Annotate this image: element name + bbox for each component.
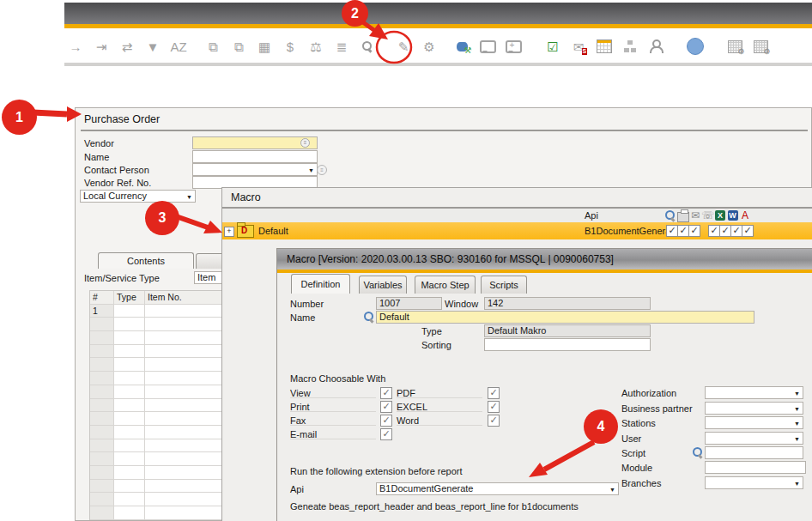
sort-table-icon[interactable]: AZ	[168, 36, 189, 57]
table-row[interactable]	[90, 466, 222, 480]
tree-expand-icon[interactable]: +	[224, 227, 234, 237]
tab-macro-step[interactable]: Macro Step	[415, 276, 476, 294]
stations-dropdown[interactable]	[705, 416, 803, 429]
employee-icon[interactable]	[645, 36, 666, 57]
tab-scripts[interactable]: Scripts	[481, 276, 527, 294]
table-row[interactable]	[90, 372, 222, 385]
pdf-checkbox[interactable]	[488, 387, 500, 399]
document-settings-icon[interactable]: ⚙	[419, 36, 439, 57]
gross-profit-icon[interactable]: ▦	[254, 36, 275, 57]
tab-definition[interactable]: Definition	[291, 274, 350, 294]
checklist-icon[interactable]: ☑	[542, 36, 563, 57]
tab-contents[interactable]: Contents	[98, 252, 194, 269]
authorization-dropdown[interactable]	[705, 386, 803, 399]
row-export-checkbox[interactable]	[730, 225, 742, 237]
row-export-checkbox[interactable]	[742, 225, 754, 237]
report-calendar-icon[interactable]	[594, 36, 615, 57]
row-export-checkbox[interactable]	[708, 225, 720, 237]
table-row[interactable]	[90, 385, 222, 399]
view-label: View	[290, 388, 311, 398]
callout-2: 2	[342, 0, 368, 27]
macro-export-icons: ✉☏XWA	[664, 209, 752, 221]
row-export-checkbox[interactable]	[719, 225, 731, 237]
db-tools-icon[interactable]	[451, 36, 472, 57]
excel-checkbox[interactable]	[488, 401, 500, 413]
row-export-checkbox[interactable]	[688, 225, 700, 237]
help-icon[interactable]	[685, 36, 706, 57]
table-row[interactable]	[90, 331, 222, 345]
macro-row-api: B1DocumentGenerate	[585, 226, 678, 236]
business-partner-dropdown[interactable]	[705, 402, 803, 415]
table-row[interactable]	[90, 493, 222, 506]
contact-list-icon[interactable]: ≡	[317, 165, 327, 175]
refresh-icon[interactable]: ⇄	[117, 36, 137, 57]
currency-dropdown[interactable]: Local Currency	[80, 190, 196, 203]
table-row[interactable]	[90, 439, 222, 453]
addon-settings-icon[interactable]	[724, 36, 745, 57]
fax-checkbox[interactable]	[380, 415, 392, 427]
api-column-header[interactable]: Api	[585, 210, 598, 221]
callout-1: 1	[2, 100, 37, 135]
word-icon[interactable]: W	[727, 209, 739, 221]
mail-s-icon[interactable]: ✉S	[568, 36, 589, 57]
view-checkbox[interactable]	[380, 387, 392, 399]
copy-from-icon[interactable]: ⧉	[203, 36, 223, 57]
next-record-icon[interactable]: →	[65, 36, 86, 57]
table-row[interactable]: 1	[90, 305, 222, 318]
col-header-num[interactable]: #	[90, 291, 114, 305]
pdf-icon[interactable]: A	[739, 209, 751, 221]
col-header-itemno[interactable]: Item No.	[145, 291, 222, 305]
choose-from-list-icon[interactable]: ≡	[300, 138, 310, 148]
email-checkbox[interactable]	[380, 428, 392, 440]
script-input[interactable]	[705, 446, 803, 459]
row-export-checkbox[interactable]	[666, 225, 678, 237]
name-input[interactable]: Default	[376, 311, 754, 324]
macro-row-default[interactable]: + D Default B1DocumentGenerate	[222, 222, 812, 239]
contact-person-dropdown[interactable]	[192, 163, 318, 176]
table-row[interactable]	[90, 480, 222, 494]
print-icon[interactable]	[677, 209, 689, 221]
script-choose-icon[interactable]	[692, 446, 705, 459]
col-header-type[interactable]: Type	[114, 291, 145, 305]
copy-to-icon[interactable]: ⧉	[228, 36, 249, 57]
table-row[interactable]	[90, 506, 222, 520]
last-record-icon[interactable]: ⇥	[91, 36, 112, 57]
preview-icon[interactable]	[664, 209, 676, 221]
macro-columns-row: Api ✉☏XWA	[222, 209, 812, 223]
vendor-input[interactable]	[192, 136, 318, 149]
journal-entry-icon[interactable]: ≣	[331, 36, 352, 57]
name-choose-icon[interactable]	[363, 311, 376, 324]
branches-dropdown[interactable]	[705, 476, 803, 489]
table-row[interactable]	[90, 399, 222, 413]
addon-settings-alt-icon[interactable]	[750, 36, 771, 57]
email-icon[interactable]: ✉	[689, 209, 701, 221]
message-icon[interactable]	[477, 36, 498, 57]
payment-means-icon[interactable]: $	[280, 36, 300, 57]
api-dropdown[interactable]: B1DocumentGenerate	[376, 482, 619, 495]
user-dropdown[interactable]	[705, 432, 803, 445]
sorting-input[interactable]	[484, 338, 651, 351]
org-chart-icon[interactable]	[620, 36, 640, 57]
find-icon[interactable]	[357, 36, 378, 57]
print-checkbox[interactable]	[380, 401, 392, 413]
word-checkbox[interactable]	[488, 415, 500, 427]
item-service-type-label: Item/Service Type	[84, 273, 160, 283]
table-row[interactable]	[90, 452, 222, 466]
excel-icon[interactable]: X	[714, 209, 726, 221]
name-input[interactable]	[192, 150, 318, 163]
table-row[interactable]	[90, 358, 222, 372]
message-add-icon[interactable]	[503, 36, 524, 57]
tab-variables[interactable]: Variables	[359, 276, 407, 294]
filter-icon[interactable]: ▼	[142, 36, 163, 57]
row-export-checkbox[interactable]	[677, 225, 689, 237]
module-input[interactable]	[705, 461, 806, 474]
choosable-title: Macro Choosable With	[290, 373, 385, 384]
fax-icon[interactable]: ☏	[702, 209, 714, 221]
branches-label: Branches	[621, 478, 661, 488]
table-row[interactable]	[90, 426, 222, 439]
table-row[interactable]	[90, 412, 222, 426]
volume-weight-icon[interactable]: ⚖	[306, 36, 326, 57]
table-row[interactable]	[90, 345, 222, 359]
edit-icon[interactable]: ✎	[393, 36, 414, 57]
table-row[interactable]	[90, 318, 222, 331]
